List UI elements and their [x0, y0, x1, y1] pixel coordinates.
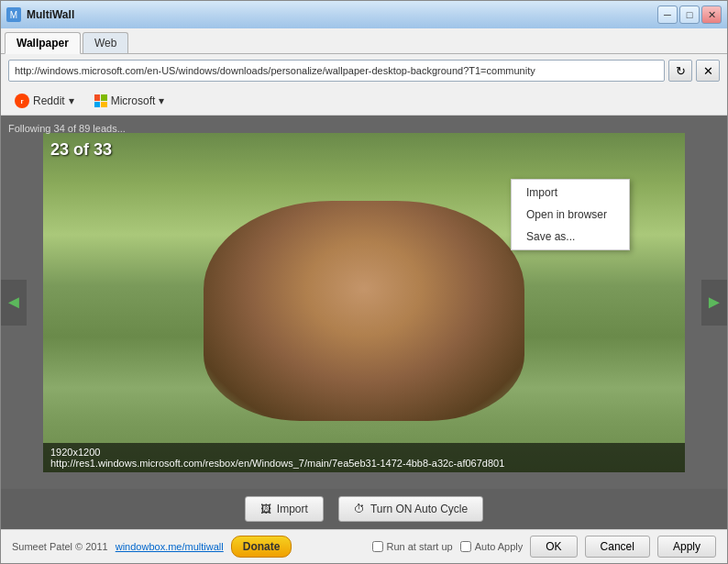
tab-wallpaper[interactable]: Wallpaper	[5, 32, 81, 54]
donate-button[interactable]: Donate	[231, 536, 292, 558]
ok-button[interactable]: OK	[530, 536, 577, 558]
close-button[interactable]: ✕	[701, 6, 722, 24]
run-at-startup-checkbox[interactable]	[372, 541, 383, 552]
cycle-icon: ⏱	[354, 503, 365, 515]
maximize-button[interactable]: □	[679, 6, 700, 24]
status-text: Following 34 of 89 leads...	[8, 123, 126, 134]
microsoft-icon	[94, 94, 107, 107]
apply-button[interactable]: Apply	[657, 536, 716, 558]
bookmark-microsoft[interactable]: Microsoft ▾	[88, 92, 171, 110]
auto-apply-checkbox[interactable]	[460, 541, 471, 552]
auto-cycle-button[interactable]: ⏱ Turn ON Auto Cycle	[338, 496, 483, 522]
image-resolution: 1920x1200	[50, 447, 678, 458]
main-content: Following 34 of 89 leads... ◄ 23 of 33 I…	[1, 116, 727, 529]
run-at-startup-area: Run at start up	[372, 541, 453, 552]
import-label: Import	[277, 503, 308, 515]
bookmarks-bar: r Reddit ▾ Microsoft ▾	[1, 87, 727, 116]
reddit-arrow-icon: ▾	[69, 94, 74, 107]
auto-cycle-label: Turn ON Auto Cycle	[370, 503, 468, 515]
reddit-icon: r	[15, 94, 29, 108]
cancel-button[interactable]: Cancel	[585, 536, 650, 558]
context-menu-save-as[interactable]: Save as...	[512, 226, 629, 248]
copyright-text: Sumeet Patel © 2011	[12, 541, 108, 552]
image-counter: 23 of 33	[50, 140, 112, 160]
auto-apply-label: Auto Apply	[475, 541, 524, 552]
minimize-button[interactable]: ─	[657, 6, 678, 24]
url-bar-area: ↻ ✕	[1, 54, 727, 87]
url-close-button[interactable]: ✕	[696, 60, 720, 82]
app-icon: M	[6, 7, 21, 22]
bookmark-reddit-label: Reddit	[33, 94, 65, 107]
bookmark-microsoft-label: Microsoft	[111, 94, 156, 107]
window-title: MultiWall	[27, 8, 657, 21]
window-controls: ─ □ ✕	[657, 6, 722, 24]
prev-arrow-button[interactable]: ◄	[1, 280, 27, 326]
image-area: 23 of 33 Import Open in browser Save as.…	[43, 133, 685, 472]
context-menu-open-browser[interactable]: Open in browser	[512, 204, 629, 226]
main-window: M MultiWall ─ □ ✕ Wallpaper Web ↻ ✕ r Re…	[0, 0, 728, 564]
website-link[interactable]: windowbox.me/multiwall	[116, 541, 224, 552]
tab-bar: Wallpaper Web	[1, 28, 727, 54]
microsoft-arrow-icon: ▾	[159, 94, 164, 107]
auto-apply-area: Auto Apply	[460, 541, 524, 552]
context-menu-import[interactable]: Import	[512, 182, 629, 204]
title-bar: M MultiWall ─ □ ✕	[1, 1, 727, 28]
tab-web[interactable]: Web	[83, 32, 128, 53]
refresh-button[interactable]: ↻	[668, 60, 692, 82]
bookmark-reddit[interactable]: r Reddit ▾	[8, 91, 81, 111]
next-arrow-button[interactable]: ►	[701, 280, 727, 326]
url-input[interactable]	[8, 60, 665, 82]
bottom-toolbar: 🖼 Import ⏱ Turn ON Auto Cycle	[1, 489, 727, 529]
footer: Sumeet Patel © 2011 windowbox.me/multiwa…	[1, 529, 727, 563]
run-at-startup-label: Run at start up	[387, 541, 453, 552]
image-info: 1920x1200 http://res1.windows.microsoft.…	[43, 443, 685, 472]
context-menu: Import Open in browser Save as...	[511, 179, 630, 250]
image-url: http://res1.windows.microsoft.com/resbox…	[50, 458, 678, 469]
import-button[interactable]: 🖼 Import	[245, 496, 324, 522]
image-viewer: ◄ 23 of 33 Import Open in browser Save a…	[1, 116, 727, 489]
import-icon: 🖼	[260, 503, 271, 515]
